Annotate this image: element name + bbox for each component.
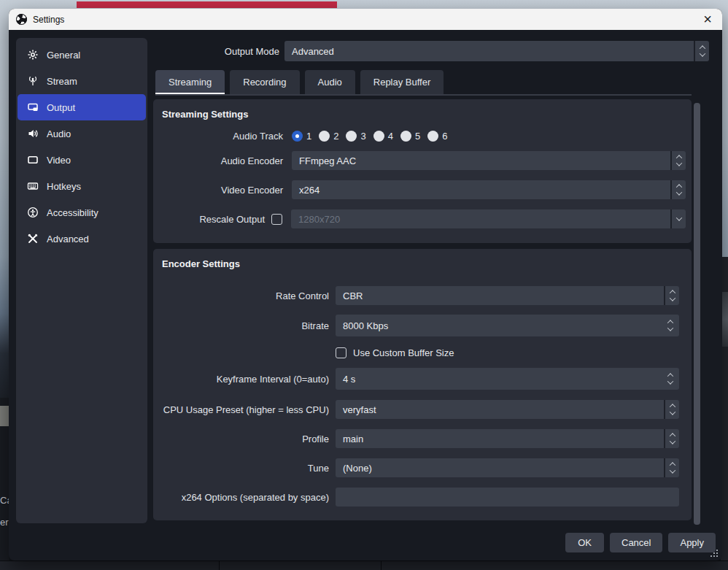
spinner-chevrons-icon[interactable] bbox=[664, 458, 679, 477]
titlebar[interactable]: Settings × bbox=[9, 9, 722, 30]
rescale-resolution-value: 1280x720 bbox=[291, 209, 670, 228]
sidebar-item-label: Advanced bbox=[47, 234, 89, 244]
background-divider bbox=[219, 561, 220, 570]
sidebar-item-general[interactable]: General bbox=[18, 42, 146, 68]
sidebar-item-accessibility[interactable]: Accessibility bbox=[18, 199, 146, 226]
radio-label: 6 bbox=[442, 131, 447, 142]
background-taskbar-strip bbox=[0, 561, 728, 570]
profile-select[interactable]: main bbox=[336, 429, 679, 448]
keyframe-interval-value: 4 s bbox=[336, 374, 679, 385]
radio-label: 3 bbox=[360, 131, 365, 142]
cpu-preset-select[interactable]: veryfast bbox=[336, 400, 679, 419]
spinner-chevrons-icon[interactable] bbox=[670, 180, 686, 199]
resize-grip[interactable] bbox=[710, 550, 718, 558]
sidebar-item-advanced[interactable]: Advanced bbox=[18, 226, 146, 252]
radio-icon[interactable] bbox=[346, 131, 357, 142]
output-mode-row: Output Mode Advanced bbox=[153, 41, 709, 61]
apply-button[interactable]: Apply bbox=[668, 533, 716, 552]
profile-value: main bbox=[336, 429, 664, 448]
rate-control-value: CBR bbox=[336, 286, 664, 305]
keyframe-interval-spinbox[interactable]: 4 s bbox=[336, 368, 679, 390]
spinbox-arrows-icon[interactable] bbox=[668, 315, 673, 336]
ok-button[interactable]: OK bbox=[565, 533, 604, 552]
section-header: Streaming Settings bbox=[162, 109, 248, 120]
sidebar-item-label: Hotkeys bbox=[47, 181, 81, 192]
tune-select[interactable]: (None) bbox=[336, 458, 679, 477]
sidebar-item-stream[interactable]: Stream bbox=[18, 68, 146, 94]
spinner-chevrons-icon[interactable] bbox=[664, 400, 679, 419]
background-thumbnail-edge bbox=[0, 406, 9, 426]
spinner-chevrons-icon[interactable] bbox=[694, 41, 709, 61]
encoder-settings-card: Encoder Settings Rate Control CBR Bitrat… bbox=[153, 249, 692, 520]
x264-options-label: x264 Options (separated by space) bbox=[153, 492, 329, 503]
rescale-output-label: Rescale Output bbox=[153, 214, 265, 225]
sidebar-item-label: General bbox=[47, 50, 80, 61]
radio-icon[interactable] bbox=[319, 131, 330, 142]
tab-audio[interactable]: Audio bbox=[305, 70, 355, 94]
settings-sidebar: General Stream Output Audio Video Hotkey… bbox=[16, 38, 147, 523]
custom-buffer-checkbox[interactable] bbox=[336, 347, 346, 358]
tab-replay-buffer[interactable]: Replay Buffer bbox=[360, 70, 444, 94]
output-mode-select[interactable]: Advanced bbox=[284, 41, 709, 61]
audio-track-option-2[interactable]: 2 bbox=[319, 131, 338, 142]
tab-streaming[interactable]: Streaming bbox=[155, 70, 225, 94]
rescale-output-checkbox[interactable] bbox=[271, 214, 282, 225]
audio-track-option-6[interactable]: 6 bbox=[427, 131, 447, 142]
radio-icon[interactable] bbox=[400, 131, 411, 142]
custom-buffer-row: Use Custom Buffer Size bbox=[153, 343, 679, 362]
rate-control-select[interactable]: CBR bbox=[336, 286, 679, 305]
settings-window: Settings × General Stream Output Audio V… bbox=[9, 9, 722, 561]
sidebar-item-audio[interactable]: Audio bbox=[18, 120, 146, 147]
audio-track-option-5[interactable]: 5 bbox=[400, 131, 420, 142]
radio-icon[interactable] bbox=[427, 131, 438, 142]
tab-recording[interactable]: Recording bbox=[230, 70, 299, 94]
spinner-chevrons-icon[interactable] bbox=[670, 151, 686, 170]
x264-options-row: x264 Options (separated by space) bbox=[153, 488, 679, 507]
audio-track-label: Audio Track bbox=[153, 131, 283, 142]
sidebar-item-video[interactable]: Video bbox=[18, 147, 146, 173]
radio-icon[interactable] bbox=[373, 131, 384, 142]
audio-encoder-label: Audio Encoder bbox=[153, 155, 283, 166]
custom-buffer-label: Use Custom Buffer Size bbox=[353, 347, 454, 358]
speaker-icon bbox=[27, 128, 39, 139]
rescale-resolution-select[interactable]: 1280x720 bbox=[291, 209, 686, 228]
vertical-scrollbar[interactable] bbox=[694, 103, 700, 525]
audio-track-option-1[interactable]: 1 bbox=[292, 131, 311, 142]
section-header: Encoder Settings bbox=[162, 258, 240, 269]
x264-options-input[interactable] bbox=[336, 488, 679, 507]
audio-track-option-3[interactable]: 3 bbox=[346, 131, 365, 142]
audio-track-option-4[interactable]: 4 bbox=[373, 131, 393, 142]
cpu-preset-row: CPU Usage Preset (higher = less CPU) ver… bbox=[153, 400, 679, 419]
bitrate-value: 8000 Kbps bbox=[336, 320, 679, 331]
video-encoder-label: Video Encoder bbox=[153, 185, 283, 196]
audio-track-row: Audio Track 1 2 3 4 5 6 bbox=[153, 126, 686, 145]
video-encoder-select[interactable]: x264 bbox=[292, 180, 686, 199]
bitrate-row: Bitrate 8000 Kbps bbox=[153, 315, 679, 336]
radio-icon[interactable] bbox=[292, 131, 303, 142]
audio-encoder-select[interactable]: FFmpeg AAC bbox=[292, 151, 686, 170]
spinner-chevrons-icon[interactable] bbox=[664, 286, 679, 305]
spinner-chevrons-icon[interactable] bbox=[664, 429, 679, 448]
gear-icon bbox=[27, 49, 39, 61]
monitor-icon bbox=[27, 154, 39, 166]
sidebar-item-hotkeys[interactable]: Hotkeys bbox=[18, 173, 146, 199]
profile-label: Profile bbox=[153, 434, 329, 444]
rate-control-label: Rate Control bbox=[153, 290, 329, 301]
radio-label: 4 bbox=[388, 131, 393, 142]
background-red-bar bbox=[77, 1, 337, 8]
sidebar-item-label: Accessibility bbox=[47, 207, 98, 218]
bitrate-spinbox[interactable]: 8000 Kbps bbox=[336, 315, 679, 336]
radio-label: 2 bbox=[333, 131, 338, 142]
spinbox-arrows-icon[interactable] bbox=[668, 368, 673, 390]
sidebar-item-output[interactable]: Output bbox=[18, 94, 146, 120]
video-encoder-value: x264 bbox=[292, 180, 670, 199]
cancel-button[interactable]: Cancel bbox=[610, 533, 662, 552]
radio-label: 1 bbox=[306, 131, 311, 142]
tabs-baseline bbox=[155, 94, 692, 96]
window-title: Settings bbox=[33, 15, 64, 25]
accessibility-icon bbox=[27, 207, 39, 218]
close-button[interactable]: × bbox=[703, 9, 712, 28]
dropdown-chevron-icon[interactable] bbox=[670, 209, 686, 228]
tune-label: Tune bbox=[153, 463, 329, 474]
tune-value: (None) bbox=[336, 458, 664, 477]
